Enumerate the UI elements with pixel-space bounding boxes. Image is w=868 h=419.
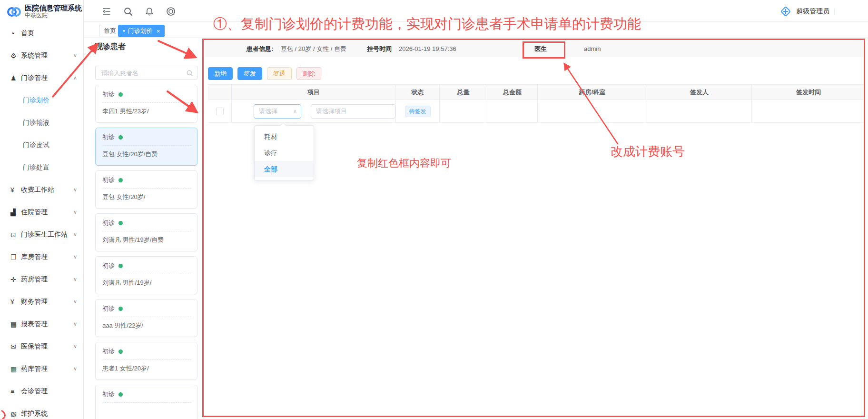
sidebar-item-icon: ❐ (10, 253, 21, 261)
toolbar: 新增 签发 签退 删除 (208, 67, 321, 80)
patient-info-label: 豆包 女性/20岁/ (102, 193, 191, 201)
patient-info-label: 刘潇凡 男性/19岁/自费 (102, 236, 191, 244)
chevron-up-icon: ∧ (293, 108, 297, 114)
issue-button[interactable]: 签发 (237, 67, 262, 80)
patient-search-icon[interactable] (186, 70, 193, 77)
annotation-copy-note: 复制红色框内容即可 (357, 156, 451, 170)
sidebar-item-label: 门诊医生工作站 (21, 230, 68, 239)
sidebar-item[interactable]: 门诊皮试 (0, 134, 83, 156)
visit-type-label: 初诊 (102, 347, 115, 356)
cell-pharmacy-dept (538, 100, 647, 122)
visit-type-label: 初诊 (102, 176, 115, 184)
chevron-icon: ∨ (73, 276, 77, 282)
insurance-mail-icon[interactable]: ✉ 医保管理 ∨ (0, 335, 83, 358)
patient-card[interactable]: 初诊 刘潇凡 男性/19岁/ (95, 256, 197, 294)
cell-issue-time (752, 100, 865, 122)
sidebar-item-icon: ¥ (10, 186, 21, 194)
patient-search-box (95, 66, 197, 80)
sidebar-item-icon: ▦ (10, 365, 21, 373)
collapse-menu-icon[interactable] (102, 7, 111, 16)
table-header-cell: 签发时间 (752, 85, 865, 100)
sidebar-item-label: 药库管理 (21, 365, 48, 373)
tab-close-icon[interactable]: × (157, 28, 160, 35)
registration-time-label: 挂号时间 (367, 40, 392, 57)
dropdown-option[interactable]: 诊疗 (255, 145, 314, 161)
patient-card[interactable]: 初诊 患者1 女性/20岁/ (95, 342, 197, 380)
patient-card[interactable]: 初诊 刘潇凡 男性/19岁/自费 (95, 213, 197, 251)
monitor-icon[interactable]: ⊡ 门诊医生工作站 ∨ (0, 223, 83, 246)
card-divider (102, 188, 191, 189)
card-divider (102, 145, 191, 146)
pharmacy-icon[interactable]: ✛ 药房管理 ∨ (0, 268, 83, 290)
sidebar-item-icon: ⚙ (10, 52, 21, 60)
sidebar-item-icon: ▤ (10, 320, 21, 328)
annotation-title: ①、复制门诊划价的计费功能，实现对门诊患者手术申请单的计费功能 (213, 15, 641, 34)
outpatient-users-icon[interactable]: ♟ 门诊管理 ∧ (0, 67, 83, 89)
chevron-icon: ∨ (73, 321, 77, 327)
search-icon[interactable] (123, 7, 133, 16)
bell-icon[interactable] (145, 7, 154, 16)
sidebar-item-label: 门诊皮试 (23, 141, 49, 150)
patient-card[interactable]: 初诊 aaa 男性/22岁/ (95, 299, 197, 337)
visit-type-label: 初诊 (102, 261, 115, 270)
bar-chart-icon[interactable]: ▟ 住院管理 ∨ (0, 201, 83, 223)
patient-card-list: 初诊 李四1 男性/23岁/ 初诊 豆包 女性/20岁/自费 初诊 豆包 女性/… (95, 85, 197, 419)
drug-store-icon[interactable]: ▦ 药库管理 ∨ (0, 358, 83, 380)
chevron-icon: ∨ (73, 366, 77, 372)
sidebar-item-label: 门诊管理 (21, 74, 48, 82)
theme-settings-icon[interactable] (166, 7, 176, 16)
report-icon[interactable]: ▤ 报表管理 ∨ (0, 313, 83, 335)
sidebar-item[interactable]: 门诊处置 (0, 156, 83, 179)
dropdown-option[interactable]: 耗材 (255, 129, 314, 145)
sidebar-item-label: 首页 (21, 29, 34, 38)
chevron-icon: ∨ (73, 52, 77, 59)
tab-active-dot-icon: ● (123, 29, 125, 33)
cell-status: 待签发 (396, 100, 440, 122)
dashboard-icon[interactable]: ◔ 首页 (0, 22, 83, 44)
sidebar-item[interactable]: 门诊输液 (0, 111, 83, 134)
user-divider: | (834, 7, 836, 16)
annotation-account-note: 改成计费账号 (611, 143, 685, 160)
gear-icon[interactable]: ⚙ 系统管理 ∨ (0, 44, 83, 67)
warehouse-icon[interactable]: ❐ 库房管理 ∨ (0, 246, 83, 268)
sidebar-item-label: 收费工作站 (21, 186, 54, 194)
sidebar-item-label: 库房管理 (21, 253, 48, 261)
tab-outpatient-pricing-label: 门诊划价 (128, 27, 153, 35)
patient-card[interactable]: 初诊 豆包 女性/20岁/自费 (95, 128, 197, 166)
add-button[interactable]: 新增 (208, 67, 233, 80)
patient-card[interactable]: 初诊 豆包 女性/20岁/ (95, 170, 197, 209)
sidebar-item-icon: ≡ (10, 388, 21, 395)
finance-yen-icon[interactable]: ¥ 财务管理 ∨ (0, 290, 83, 313)
sidebar-item-icon: ¥ (10, 298, 21, 306)
sidebar-item[interactable]: 门诊划价 (0, 89, 83, 111)
sidebar-item-label: 门诊划价 (23, 96, 49, 105)
status-badge: 待签发 (405, 106, 431, 117)
sidebar-item-label: 门诊处置 (23, 163, 49, 172)
visit-type-label: 初诊 (102, 90, 115, 99)
patient-card[interactable]: 初诊 李四1 男性/23岁/ (95, 85, 197, 123)
tab-outpatient-pricing[interactable]: ● 门诊划价 × (118, 25, 165, 37)
user-menu[interactable]: 超级管理员 | (779, 5, 836, 18)
row-checkbox[interactable] (216, 108, 224, 115)
patient-card[interactable]: 初诊 (95, 385, 197, 419)
maintenance-icon[interactable]: ▧ 维护系统 (0, 402, 83, 419)
item-name-input[interactable] (311, 104, 395, 119)
header-divider (84, 21, 868, 22)
user-role-label: 超级管理员 (796, 7, 829, 16)
patient-info-label: 李四1 男性/23岁/ (102, 107, 191, 116)
doctor-name-value: admin (584, 40, 601, 57)
yen-icon[interactable]: ¥ 收费工作站 ∨ (0, 179, 83, 201)
app-title: 医院信息管理系统 (25, 4, 82, 12)
dropdown-option[interactable]: 全部 (255, 161, 314, 177)
status-dot (118, 92, 123, 97)
patient-search-input[interactable] (100, 69, 186, 77)
card-divider (102, 359, 191, 360)
sidebar-item-label: 财务管理 (21, 298, 48, 306)
sidebar-item-icon: ✉ (10, 343, 21, 350)
card-divider (102, 317, 191, 317)
sidebar-item-label: 医保管理 (21, 342, 48, 351)
item-type-select[interactable]: 请选择 ∧ (254, 104, 301, 119)
delete-button[interactable]: 删除 (296, 67, 321, 80)
consultation-list-icon[interactable]: ≡ 会诊管理 (0, 380, 83, 402)
retract-button[interactable]: 签退 (267, 67, 292, 80)
